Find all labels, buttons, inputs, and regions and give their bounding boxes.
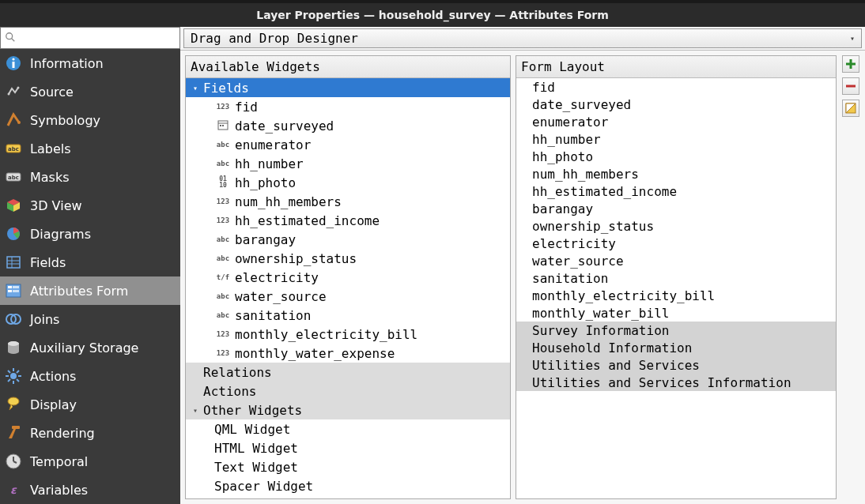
layout-field[interactable]: num_hh_members [516,165,836,182]
sidebar-item-display[interactable]: Display [0,390,180,419]
sidebar-item-variables[interactable]: εVariables [0,476,180,504]
variables-icon: ε [3,480,24,500]
category-label: Other Widgets [203,403,302,418]
available-field[interactable]: abcenumerator [186,135,510,154]
other-widget[interactable]: Text Widget [186,457,510,476]
layout-field[interactable]: monthly_water_bill [516,304,836,322]
layout-field[interactable]: fid [516,78,836,96]
layout-field[interactable]: sanitation [516,269,836,287]
category-fields[interactable]: ▾Fields [186,78,510,97]
type-date-icon [214,119,232,133]
sidebar-item-temporal[interactable]: Temporal [0,447,180,476]
sidebar-item-label: Auxiliary Storage [30,340,138,355]
available-field[interactable]: abcbarangay [186,230,510,249]
available-field[interactable]: t/felectricity [186,268,510,287]
layout-field[interactable]: enumerator [516,113,836,130]
available-field[interactable]: 0110hh_photo [186,173,510,192]
layout-field[interactable]: water_source [516,252,836,269]
other-widget-name: HTML Widget [214,441,298,456]
sidebar: InformationSourceSymbologyabcLabelsabcMa… [0,27,180,504]
available-field[interactable]: 123hh_estimated_income [186,211,510,230]
type-binary-icon: 0110 [214,176,232,189]
type-bool-icon: t/f [214,273,232,281]
category-label: Relations [203,365,272,380]
sidebar-item-joins[interactable]: Joins [0,305,180,333]
available-field[interactable]: 123monthly_electricity_bill [186,325,510,344]
category-relations_cat[interactable]: Relations [186,363,510,382]
sidebar-item-symbology[interactable]: Symbology [0,106,180,134]
layout-item-name: barangay [532,201,593,216]
layout-field[interactable]: hh_photo [516,148,836,165]
sidebar-item-attributesform[interactable]: Attributes Form [0,276,180,305]
available-field[interactable]: date_surveyed [186,116,510,135]
search-input[interactable] [18,32,178,44]
available-field[interactable]: abcsanitation [186,306,510,325]
source-icon [3,81,24,102]
sidebar-item-label: 3D View [30,198,82,213]
svg-rect-47 [222,125,224,126]
field-name: monthly_electricity_bill [235,327,417,342]
layout-field[interactable]: monthly_electricity_bill [516,287,836,304]
actions-icon [3,366,24,386]
sidebar-search[interactable] [0,27,180,49]
form-layout-body[interactable]: fiddate_surveyedenumeratorhh_numberhh_ph… [516,78,836,498]
other-widget[interactable]: QML Widget [186,419,510,438]
available-field[interactable]: 123num_hh_members [186,192,510,211]
layout-group[interactable]: Survey Information [516,322,836,339]
fields-icon [3,252,24,273]
sidebar-item-rendering[interactable]: Rendering [0,419,180,447]
available-field[interactable]: abcwater_source [186,287,510,306]
layout-group[interactable]: Utilities and Services Information [516,374,836,391]
sidebar-item-source[interactable]: Source [0,77,180,106]
form-mode-select[interactable]: Drag and Drop Designer ▾ [183,28,862,48]
sidebar-item-fields[interactable]: Fields [0,248,180,276]
category-actions_cat[interactable]: Actions [186,382,510,401]
layout-field[interactable]: hh_estimated_income [516,182,836,200]
layout-item-name: date_surveyed [532,97,631,112]
layout-group[interactable]: Utilities and Services [516,356,836,374]
sidebar-item-3dview[interactable]: 3D View [0,191,180,220]
layout-item-name: electricity [532,236,616,251]
sidebar-item-auxstorage[interactable]: Auxiliary Storage [0,333,180,362]
layout-field[interactable]: date_surveyed [516,96,836,113]
layout-field[interactable]: electricity [516,235,836,252]
sidebar-item-information[interactable]: Information [0,49,180,77]
layout-field[interactable]: hh_number [516,130,836,148]
available-field[interactable]: abcownership_status [186,249,510,268]
layout-item-name: Utilities and Services [532,358,700,373]
rendering-icon [3,423,24,443]
layout-item-name: hh_estimated_income [532,184,677,199]
add-item-button[interactable] [842,55,859,73]
layout-item-name: num_hh_members [532,167,639,182]
available-field[interactable]: 123fid [186,97,510,116]
available-field[interactable]: abchh_number [186,154,510,173]
layout-item-name: hh_number [532,132,601,147]
remove-item-button[interactable] [842,77,859,95]
layout-field[interactable]: ownership_status [516,217,836,235]
field-name: electricity [235,270,319,285]
layout-field[interactable]: barangay [516,200,836,217]
layout-item-name: monthly_electricity_bill [532,288,715,303]
sidebar-item-masks[interactable]: abcMasks [0,163,180,191]
category-other-widgets[interactable]: ▾Other Widgets [186,401,510,419]
layout-item-name: sanitation [532,271,608,286]
layout-item-name: Household Information [532,340,692,355]
joins-icon [3,309,24,329]
sidebar-item-diagrams[interactable]: Diagrams [0,220,180,248]
layout-group[interactable]: Household Information [516,339,836,356]
svg-point-5 [8,93,10,96]
invert-selection-button[interactable] [842,100,859,117]
sidebar-nav: InformationSourceSymbologyabcLabelsabcMa… [0,49,180,504]
available-widgets-panel: Available Widgets ▾Fields123fiddate_surv… [185,55,511,499]
other-widget[interactable]: Spacer Widget [186,476,510,495]
field-name: barangay [235,232,296,247]
diagrams-icon [3,224,24,244]
available-field[interactable]: 123monthly_water_expense [186,344,510,363]
available-widgets-body[interactable]: ▾Fields123fiddate_surveyedabcenumeratora… [186,78,510,498]
other-widget[interactable]: HTML Widget [186,438,510,457]
field-name: hh_photo [235,175,296,190]
sidebar-item-actions[interactable]: Actions [0,362,180,390]
sidebar-item-labels[interactable]: abcLabels [0,134,180,163]
chevron-down-icon: ▾ [850,34,855,43]
attributesform-icon [3,280,24,301]
